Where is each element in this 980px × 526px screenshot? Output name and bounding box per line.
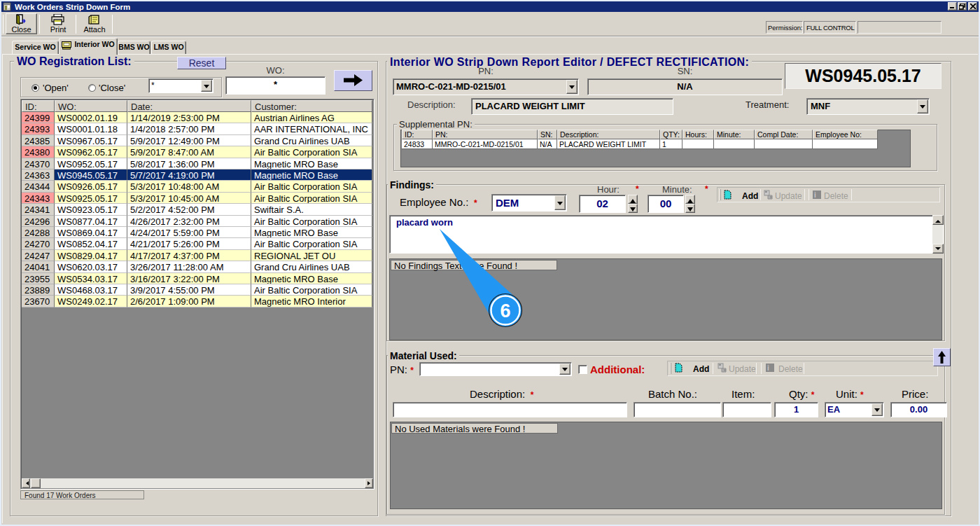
svg-text:6: 6 [500, 300, 510, 321]
